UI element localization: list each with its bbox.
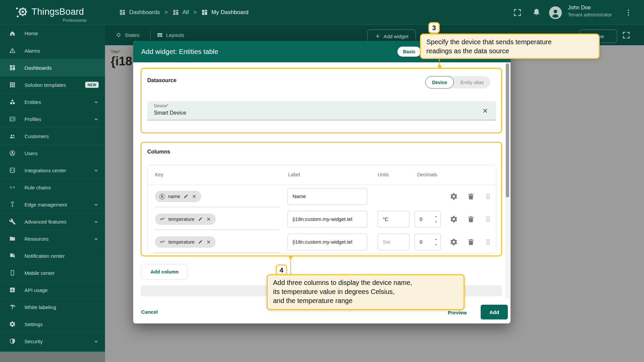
header-key: Key	[155, 172, 163, 177]
row-settings-gear-icon[interactable]	[450, 192, 458, 200]
sidebar-item-label: Alarms	[24, 48, 40, 54]
header-label: Label	[288, 172, 300, 177]
sidebar-item-users[interactable]: Users	[0, 144, 105, 162]
sidebar-item-mobile-center[interactable]: Mobile center	[0, 264, 105, 281]
column-row: temperature{i18n:custom.my-widget.telSet…	[148, 231, 496, 253]
toggle-entity-alias[interactable]: Entity alias	[454, 76, 490, 88]
sidebar-item-label: Edge management	[24, 202, 67, 207]
preview-button[interactable]: Preview	[448, 310, 467, 315]
row-settings-gear-icon[interactable]	[450, 215, 458, 223]
chevron-down-icon	[93, 219, 99, 225]
row-drag-handle-icon[interactable]	[484, 238, 492, 246]
device-field-label: Device*	[154, 104, 168, 108]
scrollbar-thumb[interactable]	[506, 63, 509, 197]
sidebar-item-api-usage[interactable]: API usage	[0, 281, 105, 298]
fullscreen-toolbar-icon[interactable]	[622, 31, 631, 40]
column-row: temperature{i18n:custom.my-widget.tel°C0	[148, 208, 496, 231]
dashboards-icon	[9, 64, 16, 71]
decimals-stepper[interactable]	[434, 215, 438, 225]
dialog-title: Add widget: Entities table	[141, 41, 218, 62]
close-icon[interactable]	[206, 217, 211, 222]
pencil-icon[interactable]	[198, 217, 203, 222]
basic-mode-toggle[interactable]: Basic	[397, 47, 421, 57]
label-input[interactable]: {i18n:custom.my-widget.tel	[287, 211, 367, 228]
sidebar-item-security[interactable]: Security	[0, 333, 105, 350]
label-input-value: Name	[292, 193, 306, 199]
sidebar-item-label: API usage	[24, 287, 48, 293]
sidebar-item-label: Settings	[24, 321, 43, 327]
sidebar-item-label: Rule chains	[24, 185, 51, 190]
logo-title[interactable]: ThingsBoard	[32, 7, 84, 17]
add-column-button[interactable]: Add column	[141, 264, 188, 280]
user-name: John Doe	[568, 5, 591, 11]
fullscreen-header-icon[interactable]	[513, 8, 522, 17]
close-icon[interactable]	[192, 194, 197, 199]
decimals-stepper[interactable]	[434, 237, 438, 247]
notifications-bell-icon[interactable]	[532, 8, 541, 17]
label-input[interactable]: Name	[287, 188, 367, 205]
add-button[interactable]: Add	[481, 305, 508, 319]
tri-down-icon[interactable]	[434, 242, 438, 247]
sidebar-item-alarms[interactable]: Alarms	[0, 42, 105, 59]
units-input[interactable]: Set	[378, 234, 410, 250]
folder-icon	[9, 235, 16, 242]
row-drag-handle-icon[interactable]	[484, 192, 492, 200]
plus-icon	[375, 33, 381, 39]
breadcrumb-item-dashboards[interactable]: Dashboards	[119, 9, 160, 16]
sidebar-item-rule-chains[interactable]: Rule chains	[0, 179, 105, 196]
sidebar-item-notification-center[interactable]: Notification center	[0, 247, 105, 264]
tri-up-icon[interactable]	[434, 237, 438, 242]
sidebar-item-solution-templates[interactable]: Solution templatesNEW	[0, 76, 105, 93]
breadcrumb-item-my-dashboard[interactable]: My Dashboard	[201, 9, 249, 16]
key-chip[interactable]: temperature	[155, 214, 216, 225]
clear-device-icon[interactable]	[482, 107, 489, 114]
breadcrumb-label: All	[182, 9, 189, 16]
user-avatar[interactable]	[549, 6, 562, 19]
integrations-icon	[9, 167, 16, 174]
sidebar-item-label: Security	[24, 339, 43, 344]
pencil-icon[interactable]	[198, 239, 203, 245]
row-delete-trash-icon[interactable]	[467, 238, 475, 246]
cancel-button[interactable]: Cancel	[141, 309, 158, 315]
customers-icon	[9, 133, 16, 139]
label-input[interactable]: {i18n:custom.my-widget.tel	[287, 234, 367, 250]
sidebar-item-dashboards[interactable]: Dashboards	[0, 59, 105, 76]
chevron-down-icon	[93, 99, 99, 105]
sidebar-item-label: Solution templates	[24, 82, 66, 88]
row-delete-trash-icon[interactable]	[467, 215, 475, 223]
row-settings-gear-icon[interactable]	[450, 238, 458, 246]
dashboards-icon	[201, 9, 208, 16]
sidebar-item-profiles[interactable]: Profiles	[0, 110, 105, 127]
toggle-device[interactable]: Device	[425, 76, 454, 88]
row-delete-trash-icon[interactable]	[467, 192, 475, 200]
decimals-input[interactable]: 0	[415, 211, 441, 228]
tri-down-icon[interactable]	[434, 219, 438, 224]
chevron-down-icon	[93, 236, 99, 242]
key-chip[interactable]: temperature	[155, 236, 216, 248]
close-icon[interactable]	[206, 239, 211, 245]
breadcrumb-separator: >	[165, 9, 168, 15]
device-field-value: Smart Device	[154, 110, 186, 116]
sidebar-item-entities[interactable]: Entities	[0, 93, 105, 110]
units-input[interactable]: °C	[378, 211, 410, 228]
sidebar-item-edge-management[interactable]: Edge management	[0, 196, 105, 213]
sidebar-item-settings[interactable]: Settings	[0, 315, 105, 333]
key-chip[interactable]: Ename	[155, 191, 201, 202]
sidebar-item-integrations-center[interactable]: Integrations center	[0, 162, 105, 179]
row-drag-handle-icon[interactable]	[484, 215, 492, 223]
sidebar-item-resources[interactable]: Resources	[0, 230, 105, 247]
sidebar-item-home[interactable]: Home	[0, 25, 105, 42]
device-field[interactable]: Device* Smart Device	[147, 101, 496, 120]
sidebar-item-customers[interactable]: Customers	[0, 127, 105, 144]
decimals-input[interactable]: 0	[415, 234, 441, 250]
breadcrumb-item-all[interactable]: All	[172, 9, 189, 16]
sidebar-item-label: Home	[24, 31, 38, 36]
column-row: EnameName	[148, 185, 496, 208]
columns-table-header: Key Label Units Decimals	[148, 165, 496, 185]
pencil-icon[interactable]	[183, 194, 189, 199]
sidebar-item-white-labeling[interactable]: White labeling	[0, 298, 105, 315]
add-widget-label: Add widget	[383, 34, 408, 39]
sidebar-item-advanced-features[interactable]: Advanced features	[0, 213, 105, 230]
kebab-menu-icon[interactable]	[624, 8, 633, 17]
tri-up-icon[interactable]	[434, 215, 438, 219]
